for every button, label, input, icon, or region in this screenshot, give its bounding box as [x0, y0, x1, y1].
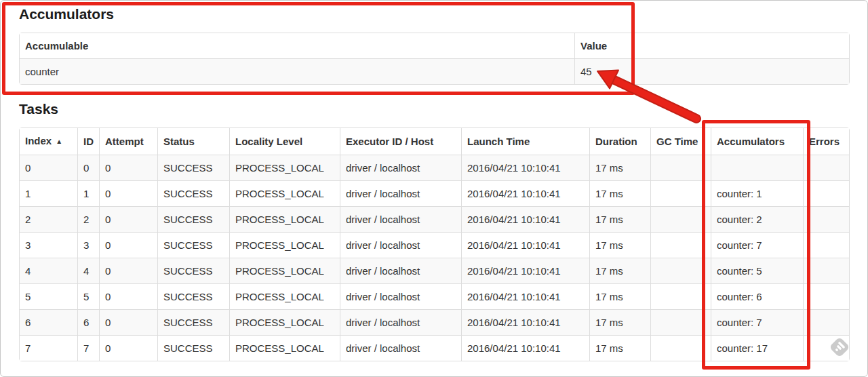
task-cell-accumulators: counter: 2 [711, 206, 803, 232]
task-row: 6 6 0 SUCCESS PROCESS_LOCAL driver / loc… [20, 309, 849, 335]
task-cell-launch-time: 2016/04/21 10:10:41 [461, 180, 589, 206]
task-cell-duration: 17 ms [589, 335, 650, 361]
task-cell-attempt: 0 [99, 180, 157, 206]
task-cell-gc-time [650, 155, 711, 180]
task-cell-duration: 17 ms [589, 309, 650, 335]
task-cell-index: 7 [20, 335, 77, 361]
task-cell-errors [803, 258, 849, 283]
task-cell-executor-id-host: driver / localhost [340, 232, 461, 258]
task-cell-accumulators: counter: 7 [711, 232, 803, 258]
task-cell-status: SUCCESS [157, 180, 229, 206]
task-cell-attempt: 0 [99, 206, 157, 232]
task-cell-accumulators: counter: 6 [711, 283, 803, 309]
task-cell-errors [803, 206, 849, 232]
task-cell-launch-time: 2016/04/21 10:10:41 [461, 206, 589, 232]
task-cell-id: 6 [77, 309, 99, 335]
task-cell-gc-time [650, 232, 711, 258]
task-cell-id: 2 [77, 206, 99, 232]
tasks-col-index-label: Index [25, 135, 52, 146]
task-cell-executor-id-host: driver / localhost [340, 283, 461, 309]
tasks-col-errors[interactable]: Errors [803, 128, 849, 155]
task-row: 0 0 0 SUCCESS PROCESS_LOCAL driver / loc… [20, 155, 849, 180]
task-cell-executor-id-host: driver / localhost [340, 258, 461, 283]
tasks-col-status[interactable]: Status [157, 128, 229, 155]
task-cell-index: 5 [20, 283, 77, 309]
task-cell-launch-time: 2016/04/21 10:10:41 [461, 283, 589, 309]
task-row: 3 3 0 SUCCESS PROCESS_LOCAL driver / loc… [20, 232, 849, 258]
task-cell-id: 4 [77, 258, 99, 283]
task-cell-duration: 17 ms [589, 283, 650, 309]
task-row: 7 7 0 SUCCESS PROCESS_LOCAL driver / loc… [20, 335, 849, 361]
tasks-col-launch-time[interactable]: Launch Time [461, 128, 589, 155]
task-cell-accumulators: counter: 7 [711, 309, 803, 335]
accumulators-heading: Accumulators [19, 6, 848, 22]
task-cell-attempt: 0 [99, 283, 157, 309]
task-cell-id: 5 [77, 283, 99, 309]
task-cell-launch-time: 2016/04/21 10:10:41 [461, 232, 589, 258]
task-cell-launch-time: 2016/04/21 10:10:41 [461, 335, 589, 361]
tasks-col-accumulators[interactable]: Accumulators [711, 128, 803, 155]
task-cell-index: 0 [20, 155, 77, 180]
tasks-heading: Tasks [19, 101, 848, 117]
spark-stage-page: Accumulators Accumulable Value counter 4… [0, 0, 868, 377]
task-row: 5 5 0 SUCCESS PROCESS_LOCAL driver / loc… [20, 283, 849, 309]
task-cell-accumulators: counter: 17 [711, 335, 803, 361]
task-cell-errors [803, 232, 849, 258]
task-cell-id: 1 [77, 180, 99, 206]
task-cell-gc-time [650, 309, 711, 335]
accumulators-header-row: Accumulable Value [20, 33, 849, 58]
task-cell-executor-id-host: driver / localhost [340, 206, 461, 232]
task-cell-status: SUCCESS [157, 335, 229, 361]
task-cell-executor-id-host: driver / localhost [340, 335, 461, 361]
task-cell-gc-time [650, 258, 711, 283]
task-cell-index: 4 [20, 258, 77, 283]
task-row: 4 4 0 SUCCESS PROCESS_LOCAL driver / loc… [20, 258, 849, 283]
tasks-section: Tasks Index▲ ID Attempt Status Locality … [19, 101, 848, 361]
task-cell-duration: 17 ms [589, 258, 650, 283]
task-cell-locality-level: PROCESS_LOCAL [229, 206, 340, 232]
task-cell-executor-id-host: driver / localhost [340, 309, 461, 335]
task-cell-errors [803, 180, 849, 206]
task-cell-errors [803, 283, 849, 309]
task-cell-duration: 17 ms [589, 155, 650, 180]
task-cell-index: 3 [20, 232, 77, 258]
task-cell-locality-level: PROCESS_LOCAL [229, 155, 340, 180]
task-cell-status: SUCCESS [157, 155, 229, 180]
task-row: 1 1 0 SUCCESS PROCESS_LOCAL driver / loc… [20, 180, 849, 206]
task-cell-gc-time [650, 335, 711, 361]
tasks-col-locality-level[interactable]: Locality Level [229, 128, 340, 155]
task-cell-locality-level: PROCESS_LOCAL [229, 309, 340, 335]
value-column-header: Value [574, 33, 849, 58]
tasks-table: Index▲ ID Attempt Status Locality Level … [19, 127, 850, 361]
task-cell-status: SUCCESS [157, 309, 229, 335]
accumulator-row: counter 45 [20, 58, 849, 84]
accumulable-column-header: Accumulable [20, 33, 574, 58]
task-cell-index: 6 [20, 309, 77, 335]
task-cell-id: 0 [77, 155, 99, 180]
task-cell-errors [803, 155, 849, 180]
task-cell-index: 1 [20, 180, 77, 206]
task-cell-executor-id-host: driver / localhost [340, 155, 461, 180]
tasks-header-row: Index▲ ID Attempt Status Locality Level … [20, 128, 849, 155]
tasks-col-attempt[interactable]: Attempt [99, 128, 157, 155]
task-cell-errors [803, 309, 849, 335]
task-cell-id: 7 [77, 335, 99, 361]
tasks-col-duration[interactable]: Duration [589, 128, 650, 155]
tasks-col-id[interactable]: ID [77, 128, 99, 155]
task-cell-errors [803, 335, 849, 361]
task-cell-attempt: 0 [99, 258, 157, 283]
task-cell-locality-level: PROCESS_LOCAL [229, 283, 340, 309]
task-cell-launch-time: 2016/04/21 10:10:41 [461, 309, 589, 335]
tasks-col-gc-time[interactable]: GC Time [650, 128, 711, 155]
task-cell-locality-level: PROCESS_LOCAL [229, 258, 340, 283]
task-cell-attempt: 0 [99, 309, 157, 335]
task-cell-duration: 17 ms [589, 206, 650, 232]
tasks-col-executor-id-host[interactable]: Executor ID / Host [340, 128, 461, 155]
task-cell-locality-level: PROCESS_LOCAL [229, 180, 340, 206]
task-cell-status: SUCCESS [157, 206, 229, 232]
task-cell-attempt: 0 [99, 335, 157, 361]
task-row: 2 2 0 SUCCESS PROCESS_LOCAL driver / loc… [20, 206, 849, 232]
task-cell-attempt: 0 [99, 232, 157, 258]
sort-ascending-icon: ▲ [56, 138, 62, 145]
tasks-col-index[interactable]: Index▲ [20, 128, 77, 155]
